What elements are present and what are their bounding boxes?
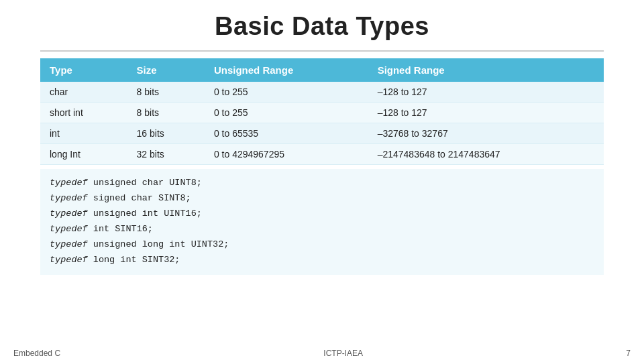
code-macro: SINT8; (158, 193, 191, 203)
table-row: long Int32 bits0 to 4294967295–214748364… (40, 144, 604, 165)
footer-right: 7 (626, 349, 631, 358)
code-line: typedef unsigned long int UINT32; (50, 237, 594, 253)
table-cell: int (40, 123, 127, 144)
code-line: typedef unsigned int UINT16; (50, 206, 594, 222)
table-body: char8 bits0 to 255–128 to 127short int8 … (40, 82, 604, 165)
table-cell: long Int (40, 144, 127, 165)
code-macro: SINT32; (142, 255, 180, 265)
code-keyword: typedef (50, 208, 88, 219)
header-row: Type Size Unsigned Range Signed Range (40, 58, 604, 82)
footer: Embedded C ICTP-IAEA 7 (0, 349, 644, 358)
table-row: char8 bits0 to 255–128 to 127 (40, 82, 604, 103)
table-cell: –128 to 127 (368, 82, 604, 103)
table-cell: –128 to 127 (368, 103, 604, 123)
code-line: typedef long int SINT32; (50, 253, 594, 268)
code-rest: long int (88, 255, 142, 265)
title-divider (40, 50, 604, 52)
code-keyword: typedef (50, 255, 88, 265)
page-title: Basic Data Types (40, 12, 604, 41)
table-cell: 32 bits (127, 144, 205, 165)
table-container: Type Size Unsigned Range Signed Range ch… (40, 58, 604, 275)
table-cell: –2147483648 to 2147483647 (368, 144, 604, 165)
table-cell: char (40, 82, 127, 103)
table-cell: –32768 to 32767 (368, 123, 604, 144)
code-section: typedef unsigned char UINT8;typedef sign… (40, 169, 604, 275)
table-cell: 8 bits (127, 82, 205, 103)
code-keyword: typedef (50, 178, 88, 188)
code-rest: unsigned char (88, 178, 170, 188)
code-keyword: typedef (50, 224, 88, 234)
footer-center: ICTP-IAEA (323, 349, 363, 358)
col-header-signed: Signed Range (368, 58, 604, 82)
table-cell: 0 to 255 (205, 103, 368, 123)
data-types-table: Type Size Unsigned Range Signed Range ch… (40, 58, 604, 165)
footer-left: Embedded C (13, 349, 60, 358)
table-row: int16 bits0 to 65535–32768 to 32767 (40, 123, 604, 144)
table-cell: 16 bits (127, 123, 205, 144)
code-rest: unsigned int (88, 208, 164, 219)
code-line: typedef signed char SINT8; (50, 191, 594, 206)
code-macro: SINT16; (115, 224, 153, 234)
col-header-size: Size (127, 58, 205, 82)
code-macro: UINT32; (191, 239, 229, 249)
table-header: Type Size Unsigned Range Signed Range (40, 58, 604, 82)
table-cell: 0 to 65535 (205, 123, 368, 144)
table-row: short int8 bits0 to 255–128 to 127 (40, 103, 604, 123)
code-line: typedef int SINT16; (50, 222, 594, 237)
col-header-type: Type (40, 58, 127, 82)
code-rest: signed char (88, 193, 158, 203)
code-line: typedef unsigned char UINT8; (50, 176, 594, 191)
table-cell: 8 bits (127, 103, 205, 123)
page: Basic Data Types Type Size Unsigned Rang… (0, 0, 644, 362)
col-header-unsigned: Unsigned Range (205, 58, 368, 82)
table-cell: short int (40, 103, 127, 123)
code-rest: unsigned long int (88, 239, 191, 249)
code-macro: UINT16; (164, 208, 202, 219)
code-keyword: typedef (50, 239, 88, 249)
code-keyword: typedef (50, 193, 88, 203)
title-area: Basic Data Types (40, 0, 604, 46)
code-rest: int (88, 224, 115, 234)
table-cell: 0 to 4294967295 (205, 144, 368, 165)
code-macro: UINT8; (169, 178, 202, 188)
table-cell: 0 to 255 (205, 82, 368, 103)
